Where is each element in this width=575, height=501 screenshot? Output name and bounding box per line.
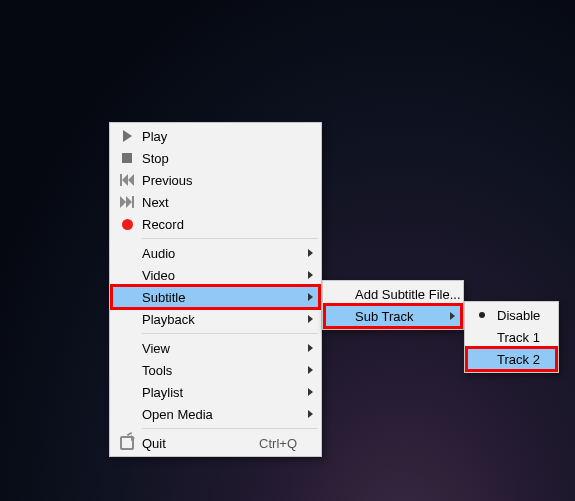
record-icon (112, 219, 142, 230)
menu-label: Track 2 (497, 352, 540, 367)
subtitle-submenu: Add Subtitle File... Sub Track (322, 280, 464, 330)
menu-label: Video (142, 268, 297, 283)
menu-item-subtitle[interactable]: Subtitle (112, 286, 319, 308)
submenu-arrow-icon (308, 271, 313, 279)
menu-label: Quit (142, 436, 247, 451)
menu-separator (142, 428, 318, 429)
menu-label: Subtitle (142, 290, 297, 305)
menu-item-sub-track[interactable]: Sub Track (325, 305, 461, 327)
quit-icon (112, 436, 142, 450)
menu-label: Stop (142, 151, 297, 166)
menu-item-view[interactable]: View (112, 337, 319, 359)
menu-label: View (142, 341, 297, 356)
menu-item-track-2[interactable]: Track 2 (467, 348, 556, 370)
submenu-arrow-icon (308, 410, 313, 418)
menu-item-disable-subtitle[interactable]: Disable (467, 304, 556, 326)
menu-label: Play (142, 129, 297, 144)
menu-item-previous[interactable]: Previous (112, 169, 319, 191)
menu-label: Next (142, 195, 297, 210)
menu-label: Audio (142, 246, 297, 261)
menu-item-track-1[interactable]: Track 1 (467, 326, 556, 348)
menu-separator (142, 238, 318, 239)
submenu-arrow-icon (308, 344, 313, 352)
menu-item-playlist[interactable]: Playlist (112, 381, 319, 403)
context-menu: Play Stop Previous Next Record Audio Vid… (109, 122, 322, 457)
menu-label: Open Media (142, 407, 297, 422)
menu-item-video[interactable]: Video (112, 264, 319, 286)
submenu-arrow-icon (308, 388, 313, 396)
menu-separator (142, 333, 318, 334)
menu-item-open-media[interactable]: Open Media (112, 403, 319, 425)
next-icon (112, 196, 142, 208)
menu-label: Playback (142, 312, 297, 327)
menu-label: Disable (497, 308, 540, 323)
menu-item-add-subtitle-file[interactable]: Add Subtitle File... (325, 283, 461, 305)
radio-selected-icon (467, 312, 497, 318)
menu-shortcut: Ctrl+Q (259, 436, 297, 451)
play-icon (112, 130, 142, 142)
menu-item-playback[interactable]: Playback (112, 308, 319, 330)
previous-icon (112, 174, 142, 186)
menu-item-play[interactable]: Play (112, 125, 319, 147)
menu-item-stop[interactable]: Stop (112, 147, 319, 169)
menu-label: Tools (142, 363, 297, 378)
menu-item-quit[interactable]: Quit Ctrl+Q (112, 432, 319, 454)
menu-label: Record (142, 217, 297, 232)
menu-item-next[interactable]: Next (112, 191, 319, 213)
subtrack-submenu: Disable Track 1 Track 2 (464, 301, 559, 373)
submenu-arrow-icon (308, 315, 313, 323)
submenu-arrow-icon (450, 312, 455, 320)
submenu-arrow-icon (308, 293, 313, 301)
menu-label: Track 1 (497, 330, 540, 345)
menu-item-tools[interactable]: Tools (112, 359, 319, 381)
submenu-arrow-icon (308, 249, 313, 257)
submenu-arrow-icon (308, 366, 313, 374)
menu-label: Sub Track (355, 309, 439, 324)
menu-label: Previous (142, 173, 297, 188)
menu-item-audio[interactable]: Audio (112, 242, 319, 264)
stop-icon (112, 153, 142, 163)
menu-label: Playlist (142, 385, 297, 400)
menu-label: Add Subtitle File... (355, 287, 461, 302)
menu-item-record[interactable]: Record (112, 213, 319, 235)
